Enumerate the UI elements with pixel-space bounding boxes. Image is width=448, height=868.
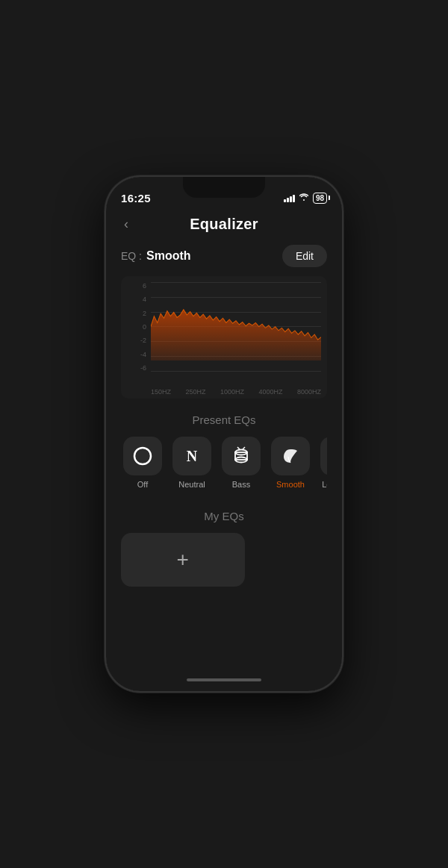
status-bar: 16:25 98	[106, 177, 342, 210]
signal-icon	[284, 193, 295, 202]
y-label-4: 4	[143, 296, 146, 303]
preset-label-off: Off	[137, 480, 148, 489]
present-eqs-title: Present EQs	[121, 413, 327, 426]
eq-label-group: EQ : Smooth	[121, 249, 191, 263]
preset-label-loudness: Loudness	[322, 480, 327, 489]
add-eq-plus-icon: +	[177, 548, 189, 572]
preset-item-neutral[interactable]: N Neutral	[170, 437, 214, 489]
content-area: EQ : Smooth Edit 6 4 2 0 -2 -4 -6	[106, 239, 342, 669]
eq-row: EQ : Smooth Edit	[121, 245, 327, 267]
preset-item-bass[interactable]: Bass	[220, 437, 263, 489]
x-label-8000: 8000HZ	[297, 388, 321, 396]
notch	[183, 177, 265, 198]
back-button[interactable]: ‹	[118, 213, 134, 235]
x-label-1000: 1000HZ	[220, 388, 244, 396]
svg-line-4	[237, 447, 240, 449]
svg-point-0	[134, 448, 151, 464]
y-label-neg6: -6	[140, 364, 146, 372]
home-bar	[187, 678, 261, 681]
eq-current-name: Smooth	[146, 249, 191, 263]
preset-icon-smooth	[271, 437, 310, 475]
eq-waveform	[151, 282, 321, 360]
y-label-6: 6	[143, 282, 146, 290]
preset-item-smooth[interactable]: Smooth	[269, 437, 312, 489]
eq-colon-label: EQ :	[121, 250, 142, 262]
y-label-0: 0	[143, 323, 146, 331]
chart-y-labels: 6 4 2 0 -2 -4 -6	[127, 282, 149, 372]
y-label-neg2: -2	[140, 337, 146, 344]
x-label-250: 250HZ	[185, 388, 205, 396]
y-label-neg4: -4	[140, 351, 146, 358]
status-time: 16:25	[121, 192, 151, 204]
preset-eq-list: Off N Neutral	[121, 437, 327, 492]
preset-label-bass: Bass	[232, 480, 250, 489]
add-eq-button[interactable]: +	[121, 533, 245, 587]
preset-icon-neutral: N	[172, 437, 211, 475]
x-label-4000: 4000HZ	[258, 388, 282, 396]
y-label-2: 2	[143, 310, 146, 317]
edit-button[interactable]: Edit	[282, 245, 327, 267]
chart-x-labels: 150HZ 250HZ 1000HZ 4000HZ 8000HZ	[127, 387, 321, 396]
wifi-icon	[299, 193, 309, 203]
page-title: Equalizer	[190, 216, 258, 233]
battery-icon: 98	[313, 193, 327, 204]
eq-chart: 6 4 2 0 -2 -4 -6	[121, 276, 327, 399]
preset-icon-bass	[222, 437, 261, 475]
my-eqs-title: My EQs	[121, 510, 327, 522]
x-label-150: 150HZ	[151, 388, 171, 396]
preset-label-smooth: Smooth	[276, 480, 305, 489]
preset-icon-off	[123, 437, 162, 475]
status-icons: 98	[284, 193, 327, 204]
preset-item-loudness[interactable]: Loudness	[318, 437, 327, 489]
svg-rect-2	[235, 452, 247, 460]
preset-icon-loudness	[320, 437, 327, 475]
nav-bar: ‹ Equalizer	[106, 210, 342, 239]
preset-label-neutral: Neutral	[178, 480, 205, 489]
chart-canvas: 6 4 2 0 -2 -4 -6	[127, 282, 321, 387]
home-indicator	[106, 669, 342, 691]
svg-line-5	[243, 447, 245, 449]
preset-item-off[interactable]: Off	[121, 437, 164, 489]
